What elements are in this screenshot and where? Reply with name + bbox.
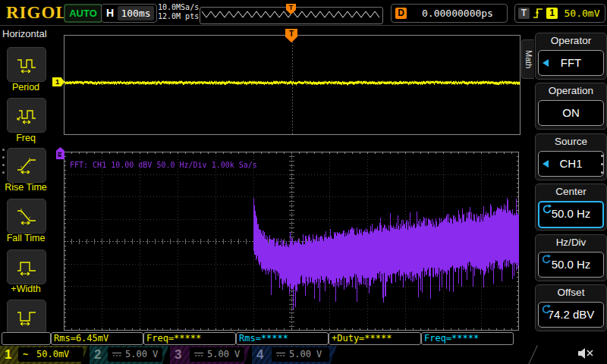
menu-item-operator[interactable]: Operator FFT [535, 33, 607, 80]
channel-bar-divider [528, 345, 538, 364]
measure-label-period: Period [0, 82, 52, 93]
run-status-badge[interactable]: AUTO [64, 4, 102, 23]
plus-width-icon [15, 258, 38, 276]
menu-item-offset[interactable]: Offset 74.2 dBV [535, 284, 607, 331]
left-menu-title: Horizontal [2, 28, 47, 39]
channel-4-valuebox: 5.00 V [272, 347, 329, 362]
channel-2-status[interactable]: 2 5.00 V [90, 346, 168, 364]
measurement-slot-1: Rms=6.45mV [51, 332, 143, 345]
menu-item-hzdiv[interactable]: Hz/Div 50.0 Hz [535, 234, 607, 281]
fall-time-icon [15, 207, 38, 225]
left-scroll-dot [2, 149, 5, 151]
oscilloscope-screen: RIGOL AUTO H 100ms 10.0MSa/s 12.0M pts T… [0, 0, 607, 364]
measure-button-fall-time[interactable] [7, 199, 46, 234]
right-scroll-dot [601, 171, 603, 174]
rising-edge-icon [533, 8, 544, 19]
period-icon [15, 55, 38, 74]
time-domain-window [64, 35, 521, 135]
menu-item-operation[interactable]: Operation ON [535, 83, 607, 130]
rotate-knob-icon [541, 254, 552, 265]
minus-width-icon [15, 308, 38, 326]
channel-3-status[interactable]: 3 5.00 V [170, 346, 250, 364]
channel-1-status[interactable]: 1 ~ 50.0mV [0, 346, 88, 364]
channel-4-number: 4 [256, 347, 263, 362]
dc-coupling-icon [112, 351, 122, 359]
ch1-level-marker-icon[interactable]: 1 [52, 77, 64, 86]
math-menu-tab[interactable]: Math [521, 39, 534, 79]
chevron-left-icon [543, 160, 549, 168]
measurement-slot-4: +Duty=***** [329, 332, 421, 345]
ch1-display [64, 36, 520, 134]
measure-button-pos-width[interactable] [7, 249, 46, 284]
channel-1-scale: 50.0mV [36, 347, 69, 362]
dc-coupling-icon [275, 351, 286, 359]
left-scroll-dot [2, 156, 5, 158]
channel-4-scale: 5.00 V [289, 347, 322, 362]
sample-rate: 10.0MSa/s [158, 3, 200, 12]
measurement-slot-5: Freq=***** [421, 332, 514, 345]
right-scroll-dot [601, 155, 603, 157]
rise-time-icon [15, 156, 38, 174]
message-box [2, 332, 51, 345]
math-marker-icon[interactable]: M [56, 147, 64, 159]
left-scroll-dot [2, 164, 5, 166]
measure-label-rise-time: Rise Time [0, 182, 52, 193]
rotate-knob-icon [541, 304, 552, 315]
measurement-slot-3: Rms=***** [236, 332, 329, 345]
right-scroll-dot [601, 163, 603, 165]
trigger-level-value: 50.0mV [561, 5, 603, 22]
delay-value: 0.00000000ps [411, 5, 504, 22]
delay-icon: D [395, 8, 407, 19]
channel-2-valuebox: 5.00 V [108, 347, 162, 362]
topbar-divider [0, 25, 607, 26]
horizontal-label: H [106, 7, 114, 19]
measure-button-rise-time[interactable] [7, 148, 46, 183]
rigol-logo: RIGOL [6, 3, 68, 23]
channel-3-valuebox: 5.00 V [190, 347, 244, 362]
measure-label-freq: Freq [0, 133, 52, 143]
channel-2-number: 2 [94, 347, 101, 362]
measure-button-neg-width[interactable] [7, 300, 46, 334]
rotate-knob-icon [542, 204, 552, 215]
dc-coupling-icon [193, 351, 204, 359]
channel-1-valuebox: ~ 50.0mV [18, 347, 83, 362]
measure-button-period[interactable] [7, 47, 46, 82]
measure-label-fall-time: Fall Time [0, 233, 52, 243]
channel-4-status[interactable]: 4 5.00 V [252, 346, 337, 364]
chevron-left-icon [543, 59, 549, 67]
measure-label-pos-width: +Width [0, 284, 52, 294]
fft-window [64, 152, 519, 331]
channel-2-scale: 5.00 V [125, 347, 158, 362]
timebase-value: 100ms [118, 6, 154, 20]
memory-depth: 12.0M pts [158, 12, 200, 21]
delay-readout: D 0.00000000ps [391, 4, 508, 23]
channel-3-scale: 5.00 V [207, 347, 240, 362]
channel-1-number: 1 [5, 347, 11, 362]
ac-coupling-icon: ~ [23, 347, 28, 362]
trigger-source-badge: 1 [546, 8, 558, 19]
menu-item-source[interactable]: Source CH1 [535, 133, 607, 180]
horizontal-timebase-group[interactable]: H 100ms [101, 4, 157, 23]
speaker-muted-icon[interactable] [577, 347, 598, 360]
measurement-slot-2: Freq=***** [143, 332, 236, 345]
channel-3-number: 3 [175, 347, 181, 362]
fft-settings-readout: FFT: CH1 10.00 dBV 50.0 Hz/Div 1.00k Sa/… [70, 161, 257, 169]
menu-item-center[interactable]: Center 50.0 Hz [535, 184, 607, 231]
left-scroll-dot [2, 171, 5, 174]
measure-button-freq[interactable] [7, 98, 46, 133]
fft-display [64, 152, 519, 331]
trigger-readout[interactable]: T 1 50.0mV [514, 4, 605, 23]
acquisition-info: 10.0MSa/s 12.0M pts [158, 3, 200, 21]
trigger-label: T [518, 8, 530, 19]
freq-icon [15, 106, 38, 124]
